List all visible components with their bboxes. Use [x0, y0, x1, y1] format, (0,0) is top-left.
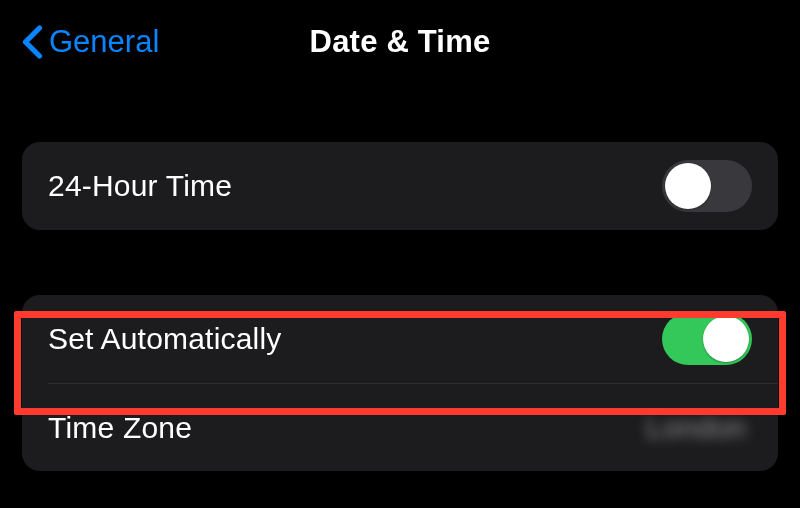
row-label: Time Zone: [48, 411, 192, 445]
page-title: Date & Time: [310, 24, 491, 60]
toggle-24-hour-time[interactable]: [662, 160, 752, 212]
back-button[interactable]: General: [22, 24, 159, 60]
row-24-hour-time: 24-Hour Time: [22, 142, 778, 230]
row-label: Set Automatically: [48, 322, 282, 356]
back-label: General: [49, 24, 159, 60]
toggle-set-automatically[interactable]: [662, 313, 752, 365]
settings-group-1: 24-Hour Time: [22, 142, 778, 230]
row-value: London: [646, 411, 752, 445]
toggle-knob: [665, 163, 711, 209]
settings-group-2: Set Automatically Time Zone London: [22, 295, 778, 471]
row-set-automatically: Set Automatically: [22, 295, 778, 383]
toggle-knob: [703, 316, 749, 362]
row-label: 24-Hour Time: [48, 169, 232, 203]
chevron-left-icon: [22, 24, 43, 60]
row-time-zone[interactable]: Time Zone London: [48, 383, 778, 471]
